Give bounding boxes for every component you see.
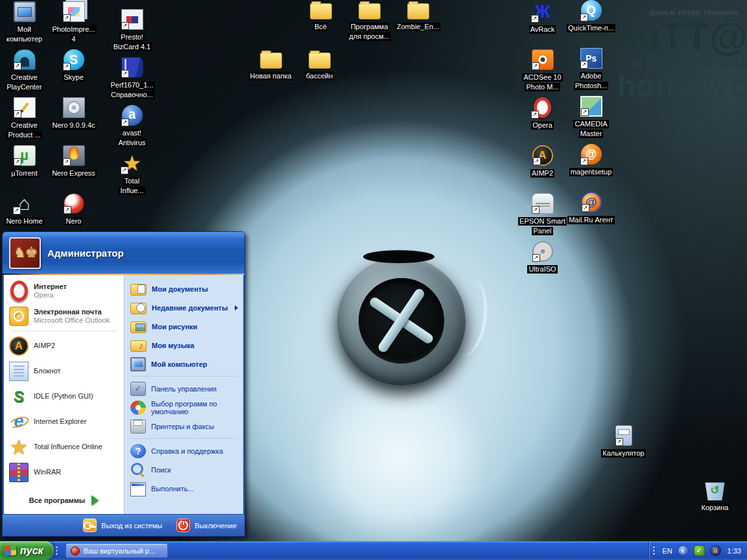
avast-tray-icon[interactable]	[710, 545, 721, 556]
desktop-icon[interactable]: Creative Product ...	[0, 97, 49, 145]
security-check-tray-icon[interactable]	[694, 545, 705, 556]
app-items: AIMP2 Блокнот IDLE (Python GUI)	[6, 333, 122, 485]
epsonscanner-icon	[532, 193, 554, 214]
start-menu-place[interactable]: Моя музыка	[128, 336, 240, 355]
start-menu-place[interactable]: Выбор программ по умолчанию	[128, 398, 240, 417]
start-menu-item[interactable]: Блокнот	[6, 358, 122, 384]
start-menu-item[interactable]: Интернет Opera	[6, 278, 122, 303]
start-menu-place[interactable]: Мой компьютер	[128, 355, 240, 373]
start-menu-place[interactable]: Панель управления	[128, 379, 240, 398]
start-menu-place-label: Панель управления	[151, 385, 217, 393]
start-menu-place[interactable]: Недавние документы	[128, 298, 240, 317]
desktop-icon-label: Adobe Photosh...	[574, 72, 609, 90]
start-menu-item[interactable]: IDLE (Python GUI)	[6, 384, 122, 409]
start-menu-place[interactable]: Справка и поддержка	[128, 441, 240, 460]
desktop-icon[interactable]: QuickTime-п...	[567, 0, 615, 48]
folder-icon	[310, 3, 332, 19]
desktop-icon[interactable]: Калькулятор	[599, 425, 648, 473]
desktop-icon[interactable]: Skype	[49, 49, 98, 97]
desktop-icon[interactable]: Корзина	[691, 480, 739, 528]
desktop-icon-label: Nero Express	[51, 169, 97, 178]
mycomputer-sm-icon	[130, 357, 146, 371]
start-menu: Администратор Интернет Opera Электронная…	[2, 231, 245, 537]
start-menu-item[interactable]: Total Influence Online	[6, 434, 122, 460]
desktop-icon-label: Total Influe...	[119, 177, 145, 195]
desktop-icon[interactable]: AIMP2	[518, 145, 567, 193]
start-button[interactable]: пуск	[0, 541, 54, 560]
start-menu-item-title: Интернет	[34, 283, 67, 291]
start-menu-item[interactable]: AIMP2	[6, 333, 122, 358]
taskbar-task-button[interactable]: Ваш виртуальный р...	[65, 543, 168, 558]
taskbar-drag-handle[interactable]	[54, 541, 60, 560]
desktop-icon[interactable]: Adobe Photosh...	[567, 48, 615, 96]
desktop-folder[interactable]: Программа для просм...	[345, 0, 394, 49]
user-avatar	[9, 237, 41, 269]
desktop-icon-column: Presto! BizCard 4.1 Perf1670_1... Справо…	[108, 9, 156, 201]
tray-drag-handle[interactable]	[650, 541, 657, 560]
start-menu-item-title: WinRAR	[34, 468, 61, 476]
calculator-icon	[615, 425, 632, 446]
desktop-icon[interactable]: Creative PlayCenter	[0, 49, 49, 97]
desktop-icon[interactable]: Total Influe...	[108, 153, 156, 201]
desktop-folder[interactable]: Всё	[296, 0, 345, 49]
start-menu-place[interactable]: Поиск	[128, 460, 240, 479]
desktop-icon[interactable]: Mail.Ru Агент	[567, 192, 615, 240]
start-menu-place[interactable]: Принтеры и факсы	[128, 417, 240, 436]
desktop-icon[interactable]: PhotoImpre... 4	[49, 1, 98, 49]
desktop-icon[interactable]: ACDSee 10 Photo M...	[518, 49, 567, 97]
outlook-icon	[9, 307, 29, 326]
creativeplay-icon	[14, 49, 36, 70]
desktop-icon[interactable]: Opera	[518, 97, 567, 145]
start-menu-place-label: Мой компьютер	[151, 360, 208, 368]
recycle-icon	[704, 480, 726, 500]
search-icon	[130, 463, 146, 477]
desktop-icon[interactable]: Nero Express	[49, 145, 98, 193]
desktop-icon[interactable]: Мой компьютер	[0, 1, 49, 49]
utorrent-icon	[14, 145, 36, 166]
log-off-key-icon	[83, 519, 97, 532]
hide-icons-chevron-icon[interactable]	[678, 545, 689, 556]
all-programs-button[interactable]: Все программы	[6, 489, 122, 511]
desktop-folder[interactable]: Zombie_En...	[394, 0, 442, 49]
start-menu-item[interactable]: Электронная почта Microsoft Office Outlo…	[6, 303, 122, 329]
folder-icon	[359, 3, 381, 19]
start-menu-item[interactable]: Internet Explorer	[6, 409, 122, 434]
start-menu-item[interactable]: WinRAR	[6, 460, 122, 485]
language-indicator[interactable]: EN	[662, 547, 672, 555]
start-menu-place[interactable]: Мои документы	[128, 279, 240, 298]
taskbar-clock[interactable]: 1:33	[728, 547, 741, 555]
desktop-icon-label: Presto! BizCard 4.1	[112, 33, 152, 51]
task-window-title: Ваш виртуальный р...	[84, 547, 155, 555]
start-menu-item-title: Internet Explorer	[34, 417, 86, 426]
shut-down-button[interactable]: Выключение	[176, 519, 237, 532]
aimp-icon	[9, 336, 29, 356]
desktop-icon[interactable]: AvRack	[518, 1, 567, 49]
menu-separator	[131, 438, 237, 439]
start-menu-place[interactable]: Мои рисунки	[128, 317, 240, 336]
start-button-label: пуск	[20, 545, 43, 557]
desktop-icon[interactable]: Perf1670_1... Справочно...	[108, 57, 156, 105]
desktop-icon[interactable]: Nero 9.0.9.4c	[49, 97, 98, 145]
desktop-icon[interactable]: µTorrent	[0, 145, 49, 193]
desktop-folder[interactable]: бассейн	[295, 49, 344, 99]
log-off-button[interactable]: Выход из системы	[83, 519, 162, 532]
desktop-folder[interactable]: Новая папка	[246, 49, 295, 99]
desktop-icon[interactable]: CAMEDIA Master	[567, 96, 615, 144]
desktop-icon-label: Opera	[531, 121, 554, 130]
desktop-icon-label: Creative PlayCenter	[5, 73, 43, 91]
desktop-icon-label: AvRack	[529, 25, 556, 34]
task-list: Ваш виртуальный р...	[60, 543, 168, 558]
desktop-icon-label: Новая папка	[248, 72, 292, 80]
desktop-icon-label: UltraISO	[527, 265, 557, 274]
menu-separator	[131, 376, 237, 377]
photoshop-icon	[580, 48, 602, 69]
desktop-icon[interactable]: avast! Antivirus	[108, 105, 156, 153]
start-menu-place[interactable]: Выполнить...	[128, 479, 240, 498]
desktop-icon[interactable]: Presto! BizCard 4.1	[108, 9, 156, 57]
desktop-icon[interactable]: UltraISO	[518, 241, 567, 289]
desktop-icon[interactable]: EPSON Smart Panel	[518, 193, 567, 241]
recentdocs-icon	[130, 303, 147, 314]
desktop-icon-label: Nero Home	[5, 217, 43, 226]
winrar-icon	[9, 463, 29, 482]
desktop-icon[interactable]: magentsetup	[567, 144, 615, 192]
